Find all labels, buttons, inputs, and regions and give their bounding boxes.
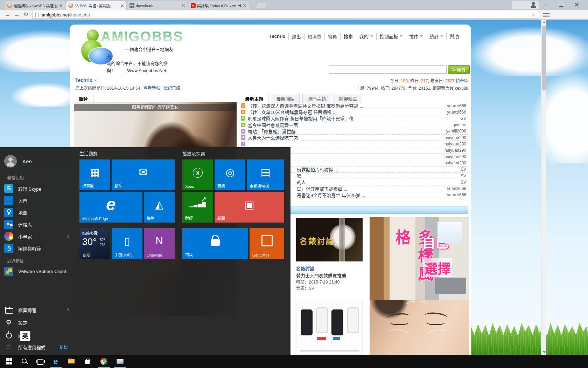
taskbar-search[interactable] <box>18 355 31 368</box>
topic-title-link[interactable]: 大暑天为什么选择吃羊肉 <box>248 134 298 141</box>
browser-tab[interactable]: SVBBS 論壇 (測試版) <box>66 1 126 10</box>
nav-item[interactable]: 搜索 <box>340 33 356 40</box>
topic-title-link[interactable]: 當今中國社會最寫實一面 <box>248 122 298 128</box>
tile-市集[interactable]: 市集 <box>182 228 248 259</box>
forum-search-button[interactable]: 搜尋 <box>448 65 470 74</box>
topic-author-link[interactable]: SV <box>461 180 468 185</box>
address-bar[interactable]: amigobbs.net /index.php ☆ <box>32 11 539 19</box>
window-close-button[interactable] <box>572 1 582 8</box>
tile-新聞[interactable]: ▣ 新聞 <box>215 192 284 223</box>
watch-forum-link[interactable]: 名錶討論 <box>296 265 314 272</box>
breadcrumb[interactable]: Techrix <box>75 77 97 83</box>
tile-手機小幫手[interactable]: ▯ 手機小幫手 <box>112 228 142 259</box>
taskbar-store[interactable] <box>80 355 94 368</box>
topic-author-link[interactable]: SV <box>461 173 468 178</box>
tile-郵件[interactable]: ✉ 郵件 <box>112 159 175 190</box>
topic-tab[interactable]: 熱門主題 <box>302 94 331 103</box>
start-item-地圖[interactable]: 地圖 <box>0 207 74 218</box>
browser-tab[interactable]: 梁詠琪 Today KTV - Yo <box>189 1 249 10</box>
forum-search-input[interactable] <box>329 65 447 74</box>
nav-item[interactable]: Techrix <box>266 34 288 39</box>
nav-item[interactable]: 幫助 <box>446 33 462 40</box>
nav-item[interactable]: 短消息 <box>304 33 324 40</box>
tile-weather[interactable]: 晴時多雲 30° 32° 26° 香港 <box>79 228 110 259</box>
new-tab-button[interactable] <box>256 3 267 8</box>
new-member-link[interactable]: kexu88 <box>455 86 468 91</box>
scroll-up-icon[interactable] <box>541 20 547 25</box>
forward-button[interactable]: → <box>13 11 21 19</box>
start-user[interactable]: Ken <box>4 155 32 168</box>
tile-get-office[interactable]: Get Office <box>250 228 284 259</box>
start-item-vmware-vsphere-client[interactable]: VMware vSphere Client <box>0 266 74 277</box>
tab-close-icon[interactable] <box>181 4 186 8</box>
topic-author-link[interactable]: yuanzi666 <box>447 192 468 197</box>
start-item-所有應用程式[interactable]: 所有應用程式 新增 <box>0 341 74 353</box>
tab-close-icon[interactable] <box>120 4 124 8</box>
digest-link[interactable]: 精華區 <box>456 79 468 83</box>
start-item-取得-skype[interactable]: 取得 Skype <box>0 183 74 194</box>
topic-title-link[interactable]: 〔转〕女单10米台朝鲜黑马夺冠 任茜摘银 ... <box>248 109 337 115</box>
topic-author-link[interactable]: yuanzi666 <box>447 103 468 108</box>
tile-電影與電視[interactable]: ▤ 電影與電視 <box>247 159 284 190</box>
topic-tab[interactable]: 最新回貼 <box>271 94 300 103</box>
window-minimize-button[interactable] <box>540 1 551 8</box>
tab-pictures[interactable]: 圖片 <box>74 94 93 103</box>
tile-行事曆[interactable]: ▦ 行事曆 <box>79 159 110 190</box>
topic-author-link[interactable]: SV <box>461 116 468 121</box>
mark-read-link[interactable]: 標記已讀 <box>163 86 180 91</box>
nav-item[interactable]: 統計 <box>426 33 446 40</box>
taskbar-edge[interactable] <box>49 355 63 368</box>
tile-microsoft-edge[interactable]: e Microsoft Edge <box>79 192 142 223</box>
back-button[interactable]: ← <box>4 11 12 19</box>
tile-財經[interactable]: ▁▃▅▇ 財經 <box>182 192 213 223</box>
taskbar-vmware[interactable] <box>113 355 127 368</box>
watch-post-title[interactable]: 勞力士入門表款購買推薦 <box>296 272 346 279</box>
browser-menu-icon[interactable] <box>543 13 550 17</box>
topic-author-link[interactable]: yuanzi666 <box>447 110 468 115</box>
beauty-ad-image[interactable] <box>370 300 469 355</box>
topic-author-link[interactable]: giveme <box>453 122 468 127</box>
topic-author-link[interactable]: huiyuan290 <box>444 142 468 146</box>
bookmark-star-icon[interactable]: ☆ <box>531 12 536 18</box>
tab-close-icon[interactable] <box>243 4 247 8</box>
taskbar-chrome[interactable] <box>97 355 111 368</box>
tile-相片[interactable]: ◭ 相片 <box>144 192 175 223</box>
browser-tab[interactable]: 電腦講場 - SVBBS 論壇 (測 <box>5 1 65 10</box>
nav-item[interactable]: 插件 <box>406 33 426 40</box>
start-item-入門[interactable]: 入門 <box>0 195 74 206</box>
topic-title-link[interactable]: 明星足球隊大陸作賽 黃日華被指用「降龍十巴掌」傷 ... <box>248 115 359 122</box>
reload-button[interactable]: ↻ <box>22 11 30 19</box>
window-maximize-button[interactable] <box>556 1 566 8</box>
topic-title-link[interactable]: 轉貼：「原隻豬」湯拉麵 <box>248 128 296 135</box>
topic-author-link[interactable]: huiyuan290 <box>444 154 468 159</box>
taskbar-taskview[interactable] <box>33 355 47 368</box>
tile-音樂[interactable]: ◎ 音樂 <box>215 159 245 190</box>
phones-ad-image[interactable] <box>296 300 363 355</box>
topic-tab[interactable]: 最新主題 <box>240 94 268 103</box>
taskbar-start[interactable] <box>2 355 16 368</box>
nav-item[interactable]: 我的 <box>356 33 376 40</box>
topic-author-link[interactable]: huiyuan290 <box>444 161 468 165</box>
tile-onenote[interactable]: N OneNote <box>144 228 175 259</box>
scrollbar-thumb[interactable] <box>542 26 546 90</box>
nav-item[interactable]: 退出 <box>288 33 304 40</box>
tile-xbox[interactable]: ⓧ Xbox <box>182 159 213 190</box>
start-item-開關[interactable]: 開關 <box>0 329 74 341</box>
browser-profile-icon[interactable] <box>530 2 537 8</box>
start-item-設定[interactable]: 設定 <box>0 317 74 328</box>
view-new-posts-link[interactable]: 查看新帖 <box>144 86 160 91</box>
tab-close-icon[interactable] <box>59 4 63 8</box>
browser-tab[interactable]: downloads <box>127 1 188 10</box>
start-item-小畫家[interactable]: 小畫家 <box>0 231 74 242</box>
topic-author-link[interactable]: yuanzi666 <box>447 186 468 191</box>
page-scrollbar[interactable] <box>541 20 546 355</box>
nav-item[interactable]: 控制面板 <box>376 33 406 40</box>
start-item-檔案總管[interactable]: 檔案總管 <box>0 304 74 315</box>
topic-title-link[interactable]: 〔转〕花游双人自选黄雪辰孙文雁摘银 俄罗斯高分夺冠 ... <box>248 102 363 109</box>
scroll-down-icon[interactable] <box>541 349 547 355</box>
start-item-連絡人[interactable]: 連絡人 <box>0 219 74 230</box>
topic-author-link[interactable]: huiyuan290 <box>444 148 468 153</box>
topic-author-link[interactable]: SV <box>461 167 468 172</box>
topic-tab[interactable]: 隨機精華 <box>334 94 362 103</box>
topic-author-link[interactable]: yemili2008 <box>446 129 468 134</box>
